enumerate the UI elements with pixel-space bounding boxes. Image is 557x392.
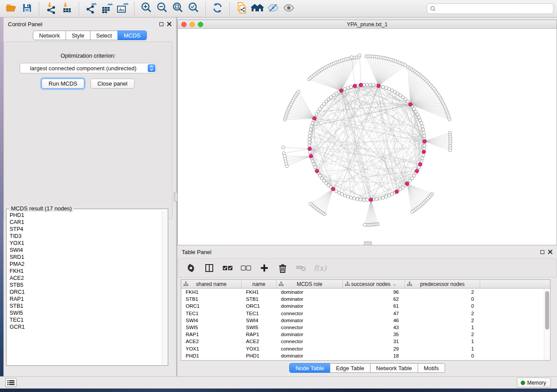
tab-node-table[interactable]: Node Table	[289, 363, 330, 373]
first-neighbors-button[interactable]	[249, 2, 265, 16]
select-all-button[interactable]	[222, 262, 233, 274]
mcds-result-item[interactable]: CAR1	[10, 219, 162, 226]
zoom-fit-button[interactable]	[170, 2, 186, 16]
horizontal-splitter-grabber[interactable]	[364, 241, 372, 245]
close-panel-icon[interactable]	[167, 22, 172, 27]
open-file-button[interactable]	[3, 2, 19, 16]
refresh-button[interactable]	[210, 2, 225, 16]
window-zoom-traffic-light[interactable]	[198, 22, 203, 27]
column-header-successor-nodes[interactable]: successor nodes ⌄	[343, 280, 405, 288]
mcds-result-item[interactable]: SWI4	[10, 247, 162, 254]
tab-mcds[interactable]: MCDS	[118, 31, 146, 40]
import-table-button[interactable]	[59, 2, 75, 16]
table-row[interactable]: ORC1ORC1dominator610	[181, 303, 550, 309]
tab-network-table[interactable]: Network Table	[370, 363, 418, 373]
tab-style[interactable]: Style	[66, 31, 90, 40]
table-cell: 46	[343, 318, 405, 323]
table-row[interactable]: SWI4SWI4dominator462	[181, 317, 550, 324]
delete-column-button[interactable]	[277, 262, 288, 274]
mcds-result-item[interactable]: SRD1	[10, 254, 162, 261]
table-cell: 2	[405, 289, 480, 295]
tab-network[interactable]: Network	[33, 31, 66, 40]
optimization-criterion-label: Optimization criterion:	[4, 52, 172, 59]
tab-select[interactable]: Select	[90, 31, 118, 40]
search-input[interactable]	[427, 3, 554, 14]
add-column-button[interactable]	[259, 262, 270, 274]
table-scrollbar-thumb[interactable]	[545, 291, 549, 330]
function-builder-button[interactable]: f(x)	[314, 264, 326, 272]
export-table-button[interactable]	[99, 2, 114, 16]
table-cell: TEC1	[181, 311, 242, 316]
mcds-result-item[interactable]: STP4	[10, 226, 162, 233]
table-row[interactable]: FKH1FKH1dominator962	[181, 289, 550, 296]
tab-motifs[interactable]: Motifs	[418, 363, 445, 373]
show-columns-button[interactable]	[204, 262, 215, 274]
copy-style-icon	[235, 2, 248, 15]
mcds-result-item[interactable]: ACE2	[10, 275, 162, 282]
optimization-criterion-value: largest connected component (undirected)	[30, 65, 137, 72]
column-header-predecessor-nodes[interactable]: predecessor nodes	[405, 280, 480, 288]
delete-table-button[interactable]	[295, 262, 307, 274]
close-panel-icon[interactable]	[548, 250, 553, 254]
mcds-result-item[interactable]: TID3	[10, 233, 162, 240]
table-row[interactable]: RAP1RAP1dominator352	[181, 331, 550, 338]
mcds-result-item[interactable]: GCR1	[10, 323, 162, 330]
zoom-out-button[interactable]	[154, 2, 170, 16]
table-scrollbar[interactable]	[544, 289, 550, 360]
mcds-result-item[interactable]: STB5	[10, 282, 162, 289]
export-image-button[interactable]	[114, 2, 130, 16]
table-cell: 2	[405, 332, 480, 337]
copy-style-button[interactable]	[234, 2, 249, 16]
import-network-icon	[45, 2, 57, 15]
table-row[interactable]: ACE2ACE2connector311	[181, 338, 550, 345]
run-mcds-button[interactable]: Run MCDS	[42, 79, 84, 89]
mcds-result-item[interactable]: RAP1	[10, 296, 162, 303]
table-cell: PHD1	[242, 353, 277, 358]
memory-button[interactable]: Memory	[517, 378, 551, 388]
zoom-selected-button[interactable]	[186, 2, 201, 16]
table-panel: Table Panel f(x) shared name name MCDS r…	[177, 245, 557, 376]
table-cell: ORC1	[181, 303, 242, 309]
float-panel-icon[interactable]	[159, 22, 163, 26]
table-tabs: Node Table Edge Table Network Table Moti…	[289, 363, 445, 373]
mcds-result-item[interactable]: FKH1	[10, 268, 162, 275]
optimization-criterion-select[interactable]: largest connected component (undirected)	[20, 63, 157, 73]
table-cell: SWI4	[181, 318, 242, 323]
mcds-result-item[interactable]: ORC1	[10, 289, 162, 296]
import-network-button[interactable]	[43, 2, 59, 16]
table-row[interactable]: STB1STB1dominator620	[181, 296, 550, 303]
zoom-in-button[interactable]	[138, 2, 154, 16]
table-row[interactable]: SWI5SWI5connector431	[181, 324, 550, 331]
close-panel-button[interactable]: Close panel	[90, 79, 135, 89]
save-button[interactable]	[19, 2, 35, 16]
tab-edge-table[interactable]: Edge Table	[330, 363, 370, 373]
table-row[interactable]: YOX1YOX1connector291	[181, 345, 550, 352]
refresh-icon	[211, 2, 224, 15]
mcds-result-item[interactable]: YOX1	[10, 240, 162, 247]
hide-selected-button[interactable]	[265, 2, 281, 16]
network-canvas[interactable]	[178, 29, 557, 245]
control-panel-tabs: Network Style Select MCDS	[3, 31, 176, 40]
table-settings-button[interactable]	[185, 262, 197, 274]
mcds-result-item[interactable]: SWI5	[10, 309, 162, 316]
network-view-titlebar[interactable]: YPA_prune.txt_1	[178, 20, 557, 29]
window-close-traffic-light[interactable]	[181, 22, 187, 27]
show-all-button[interactable]	[281, 2, 297, 16]
window-minimize-traffic-light[interactable]	[190, 22, 195, 27]
mcds-result-item[interactable]: TEC1	[10, 316, 162, 323]
column-header-shared-name[interactable]: shared name	[181, 280, 242, 288]
float-panel-icon[interactable]	[540, 250, 544, 254]
table-cell: 1	[405, 346, 480, 351]
mcds-result-item[interactable]: PHD1	[10, 212, 162, 219]
column-header-name[interactable]: name	[242, 280, 277, 288]
column-header-mcds-role[interactable]: MCDS role	[277, 280, 343, 288]
mcds-result-item[interactable]: PMA2	[10, 261, 162, 268]
task-history-button[interactable]	[5, 378, 17, 387]
mcds-result-item[interactable]: STB1	[10, 303, 162, 309]
table-row[interactable]: PHD1PHD1dominator180	[181, 352, 550, 359]
export-network-button[interactable]	[83, 2, 99, 16]
table-row[interactable]: TEC1TEC1connector472	[181, 310, 550, 317]
mcds-result-scrollbar[interactable]	[162, 211, 167, 365]
unselect-all-button[interactable]	[240, 262, 252, 274]
memory-status-icon	[521, 381, 525, 385]
